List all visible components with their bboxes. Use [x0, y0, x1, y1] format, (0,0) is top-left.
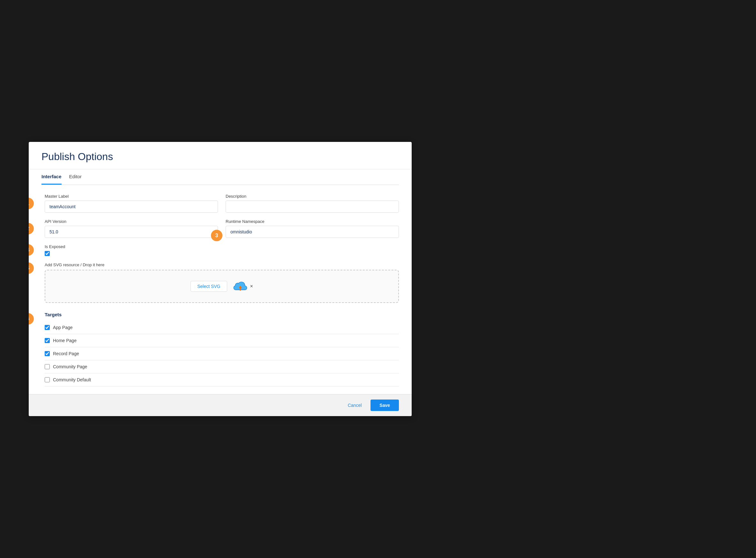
target-item-record-page: Record Page — [45, 347, 399, 360]
description-label: Description — [226, 194, 399, 199]
tabs-container: Interface Editor — [42, 169, 399, 185]
target-checkbox-home-page[interactable] — [45, 338, 50, 343]
is-exposed-checkbox[interactable] — [45, 251, 50, 256]
dialog-header: Publish Options — [29, 142, 412, 169]
target-checkbox-community-default[interactable] — [45, 377, 50, 382]
step-badge-6: 6 — [29, 313, 34, 325]
is-exposed-label: Is Exposed — [45, 244, 399, 249]
step-badge-3: 3 — [211, 230, 222, 241]
cloud-icon — [232, 280, 248, 293]
target-item-community-page: Community Page — [45, 360, 399, 373]
target-label-community-page: Community Page — [53, 364, 87, 369]
cancel-button[interactable]: Cancel — [343, 400, 367, 410]
cloud-icon-wrapper: × — [232, 280, 253, 293]
target-item-home-page: Home Page — [45, 334, 399, 347]
tab-interface[interactable]: Interface — [42, 169, 62, 185]
runtime-namespace-input[interactable] — [226, 226, 399, 238]
target-item-community-default: Community Default — [45, 373, 399, 386]
api-version-label: API Version — [45, 219, 218, 224]
targets-title: Targets — [45, 312, 399, 317]
target-item-app-page: App Page — [45, 321, 399, 334]
master-label-label: Master Label — [45, 194, 218, 199]
page-title: Publish Options — [42, 151, 399, 162]
is-exposed-row — [45, 251, 399, 256]
api-version-input[interactable] — [45, 226, 218, 238]
save-button[interactable]: Save — [370, 400, 399, 411]
is-exposed-section: 4 Is Exposed — [42, 244, 399, 256]
form-group-runtime-namespace: 3 Runtime Namespace — [226, 219, 399, 238]
target-checkbox-app-page[interactable] — [45, 325, 50, 330]
form-group-master-label: Master Label — [45, 194, 218, 213]
dialog-content: Interface Editor 1 Master Label Descript… — [29, 169, 412, 394]
targets-section: 6 Targets App Page Home Page Record Page… — [42, 312, 399, 386]
form-group-api-version: API Version — [45, 219, 218, 238]
runtime-namespace-label: Runtime Namespace — [226, 219, 399, 224]
target-label-app-page: App Page — [53, 325, 73, 330]
svg-label: Add SVG resource / Drop it here — [45, 262, 399, 267]
target-label-community-default: Community Default — [53, 377, 91, 382]
target-label-record-page: Record Page — [53, 351, 79, 356]
target-label-home-page: Home Page — [53, 338, 77, 343]
description-input[interactable] — [226, 201, 399, 213]
step-badge-4: 4 — [29, 244, 34, 256]
target-checkbox-record-page[interactable] — [45, 351, 50, 356]
dialog-footer: Cancel Save — [29, 394, 412, 416]
form-row-2: 2 API Version 3 Runtime Namespace — [42, 219, 399, 238]
master-label-input[interactable] — [45, 201, 218, 213]
step-badge-1: 1 — [29, 198, 34, 209]
svg-close-button[interactable]: × — [250, 283, 253, 289]
select-svg-button[interactable]: Select SVG — [191, 281, 227, 292]
svg-dropzone[interactable]: Select SVG × — [45, 270, 399, 303]
step-badge-2: 2 — [29, 223, 34, 234]
step-badge-5: 5 — [29, 262, 34, 274]
tab-editor[interactable]: Editor — [69, 169, 82, 185]
target-checkbox-community-page[interactable] — [45, 364, 50, 369]
svg-section: 5 Add SVG resource / Drop it here Select… — [42, 262, 399, 303]
form-group-description: Description — [226, 194, 399, 213]
form-row-1: 1 Master Label Description — [42, 194, 399, 213]
